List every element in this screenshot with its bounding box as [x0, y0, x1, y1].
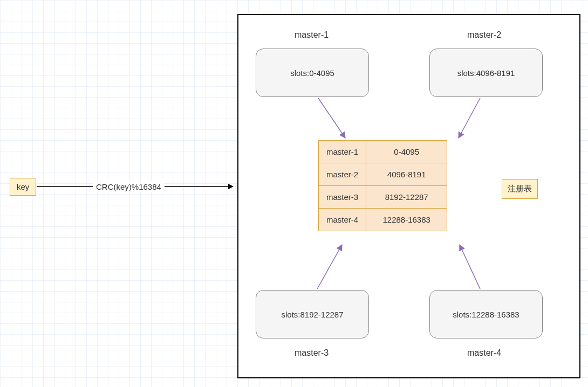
- registry-label: 注册表: [502, 179, 538, 199]
- cell-range: 12288-16383: [366, 209, 447, 231]
- master-4-slots: slots:12288-16383: [453, 310, 519, 319]
- edge-formula-text: CRC(key)%16384: [96, 182, 161, 191]
- key-node-label: key: [17, 182, 29, 191]
- master-1-slot-box: slots:0-4095: [256, 49, 369, 97]
- cell-name: master-2: [319, 163, 366, 186]
- master-2-slot-box: slots:4096-8191: [429, 49, 543, 97]
- cell-range: 0-4095: [366, 141, 447, 163]
- table-row: master-2 4096-8191: [319, 163, 447, 186]
- cell-name: master-4: [319, 209, 366, 231]
- master-4-title: master-4: [467, 348, 501, 358]
- cell-range: 8192-12287: [366, 186, 447, 209]
- master-2-slots: slots:4096-8191: [457, 68, 515, 78]
- table-row: master-1 0-4095: [319, 141, 447, 163]
- master-3-title: master-3: [295, 348, 329, 358]
- master-3-slots: slots:8192-12287: [281, 310, 343, 319]
- table-row: master-3 8192-12287: [319, 186, 447, 209]
- master-1-slots: slots:0-4095: [290, 68, 334, 78]
- cell-name: master-3: [319, 186, 366, 209]
- registry-table: master-1 0-4095 master-2 4096-8191 maste…: [318, 140, 447, 231]
- key-node: key: [10, 178, 36, 196]
- cell-range: 4096-8191: [366, 163, 447, 186]
- table-row: master-4 12288-16383: [319, 209, 447, 231]
- master-3-slot-box: slots:8192-12287: [256, 290, 369, 338]
- registry-label-text: 注册表: [508, 184, 532, 193]
- cell-name: master-1: [319, 141, 366, 163]
- edge-formula-label: CRC(key)%16384: [93, 181, 165, 192]
- master-1-title: master-1: [295, 30, 329, 40]
- master-2-title: master-2: [467, 30, 501, 40]
- master-4-slot-box: slots:12288-16383: [429, 290, 543, 338]
